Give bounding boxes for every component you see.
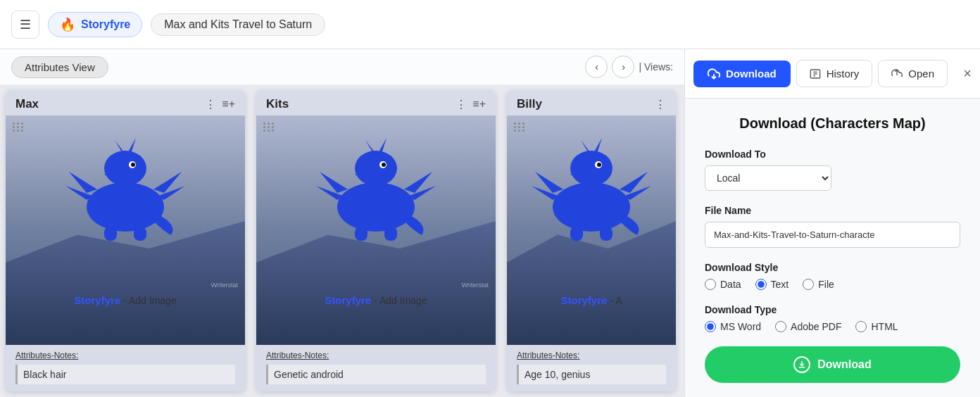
card-kits-more-button[interactable]: ⋮ — [456, 98, 467, 111]
download-cloud-icon — [708, 68, 720, 80]
flame-icon: 🔥 — [60, 17, 75, 32]
svg-rect-10 — [104, 227, 117, 241]
attributes-view-button[interactable]: Attributes View — [11, 56, 108, 78]
card-max-note-input[interactable] — [15, 365, 235, 384]
dots-grid — [13, 122, 24, 132]
prev-view-button[interactable]: ‹ — [585, 56, 608, 78]
storyfyre-add-image-kits: Storyfyre - Add Image — [325, 294, 427, 306]
svg-point-2 — [104, 151, 146, 186]
style-file-label: File — [818, 279, 834, 290]
add-image-text-billy: - A — [610, 295, 622, 306]
style-data-label: Data — [720, 279, 741, 290]
file-name-input[interactable] — [705, 222, 960, 248]
menu-button[interactable]: ☰ — [11, 11, 39, 39]
card-kits-footer: Attributes-Notes: — [256, 345, 496, 391]
card-max-actions: ⋮ ≡+ — [205, 98, 235, 111]
card-max-more-button[interactable]: ⋮ — [205, 98, 216, 111]
card-billy-actions: ⋮ — [655, 98, 666, 111]
watermark-kits: Writerstat — [462, 282, 489, 289]
card-billy-footer: Attributes-Notes: — [507, 345, 676, 391]
card-kits-notes-label: Attributes-Notes: — [266, 351, 486, 360]
dragon-icon-kits — [306, 122, 446, 242]
type-pdf-option[interactable]: Adobe PDF — [775, 321, 841, 332]
svg-point-27 — [382, 163, 386, 167]
cards-area: Max ⋮ ≡+ — [0, 84, 684, 397]
type-html-radio[interactable] — [855, 321, 867, 332]
topbar: ☰ 🔥 Storyfyre Max and Kits Travel to Sat… — [0, 0, 980, 49]
card-billy-notes-label: Attributes-Notes: — [517, 351, 666, 360]
main-area: Attributes View ‹ › | Views: Max ⋮ ≡+ — [0, 49, 980, 397]
views-label: | Views: — [639, 61, 673, 73]
card-max-footer: Attributes-Notes: — [6, 345, 245, 391]
type-html-option[interactable]: HTML — [855, 321, 898, 332]
card-billy-image: Storyfyre - A — [507, 115, 676, 345]
attributes-bar: Attributes View ‹ › | Views: — [0, 49, 684, 84]
style-data-option[interactable]: Data — [705, 279, 741, 290]
card-kits-note-input[interactable] — [266, 365, 486, 384]
card-max-header: Max ⋮ ≡+ — [6, 90, 245, 115]
download-style-label: Download Style — [705, 262, 960, 273]
left-content: Attributes View ‹ › | Views: Max ⋮ ≡+ — [0, 49, 684, 397]
next-view-button[interactable]: › — [612, 56, 634, 78]
style-text-radio[interactable] — [755, 279, 767, 290]
download-style-radio-group: Data Text File — [705, 279, 960, 290]
style-text-option[interactable]: Text — [755, 279, 789, 290]
storyfyre-add-image-max: Storyfyre - Add Image — [74, 294, 176, 306]
svg-rect-38 — [570, 227, 583, 241]
card-kits-header: Kits ⋮ ≡+ — [256, 90, 496, 115]
history-icon — [810, 68, 821, 80]
download-type-label: Download Type — [705, 304, 960, 315]
file-name-group: File Name — [705, 205, 960, 248]
panel-close-button[interactable]: × — [963, 65, 972, 82]
svg-marker-19 — [379, 138, 387, 153]
card-billy-header: Billy ⋮ — [507, 90, 676, 115]
download-circle-icon — [793, 356, 810, 373]
svg-rect-39 — [600, 227, 612, 241]
card-max-image: Writerstat Storyfyre - Add Image — [6, 115, 245, 345]
svg-marker-5 — [129, 138, 136, 153]
right-panel: Download History Open × — [684, 49, 980, 397]
card-kits-add-button[interactable]: ≡+ — [472, 98, 486, 111]
card-max-name: Max — [15, 97, 39, 111]
views-controls: ‹ › | Views: — [585, 56, 673, 78]
card-billy-note-input[interactable] — [517, 365, 666, 384]
panel-download-button[interactable]: Download — [693, 61, 791, 87]
type-pdf-radio[interactable] — [775, 321, 786, 332]
card-max: Max ⋮ ≡+ — [6, 90, 245, 391]
card-billy-name: Billy — [517, 97, 542, 111]
card-billy-more-button[interactable]: ⋮ — [655, 98, 666, 111]
file-name-label: File Name — [705, 205, 960, 216]
brand-button[interactable]: 🔥 Storyfyre — [48, 12, 142, 37]
svg-marker-33 — [595, 138, 602, 153]
type-msword-radio[interactable] — [705, 321, 716, 332]
card-billy: Billy ⋮ — [507, 90, 676, 391]
dragon-icon-billy — [521, 122, 662, 242]
dots-grid-kits — [263, 122, 275, 132]
type-msword-option[interactable]: MS Word — [705, 321, 761, 332]
download-to-select[interactable]: Local — [705, 165, 831, 191]
brand-name: Storyfyre — [81, 18, 130, 31]
card-kits-actions: ⋮ ≡+ — [456, 98, 486, 111]
panel-open-button[interactable]: Open — [878, 60, 948, 87]
type-msword-label: MS Word — [720, 321, 761, 332]
type-pdf-label: Adobe PDF — [791, 321, 841, 332]
svg-rect-25 — [384, 227, 397, 241]
download-to-group: Download To Local — [705, 149, 960, 191]
style-data-radio[interactable] — [705, 279, 716, 290]
download-type-radio-group: MS Word Adobe PDF HTML — [705, 321, 960, 332]
panel-title: Download (Characters Map) — [705, 115, 960, 132]
download-action-button[interactable]: Download — [705, 346, 960, 383]
style-text-label: Text — [771, 279, 789, 290]
download-style-group: Download Style Data Text File — [705, 262, 960, 290]
download-to-label: Download To — [705, 149, 960, 160]
style-file-option[interactable]: File — [803, 279, 834, 290]
open-cloud-icon — [891, 68, 903, 80]
style-file-radio[interactable] — [803, 279, 814, 290]
card-max-notes-label: Attributes-Notes: — [15, 351, 235, 360]
card-max-add-button[interactable]: ≡+ — [222, 98, 235, 111]
card-kits-image: Writerstat Storyfyre - Add Image — [256, 115, 496, 345]
svg-point-30 — [570, 151, 612, 186]
svg-point-41 — [597, 163, 601, 167]
svg-point-16 — [355, 151, 397, 186]
panel-history-button[interactable]: History — [796, 60, 873, 87]
